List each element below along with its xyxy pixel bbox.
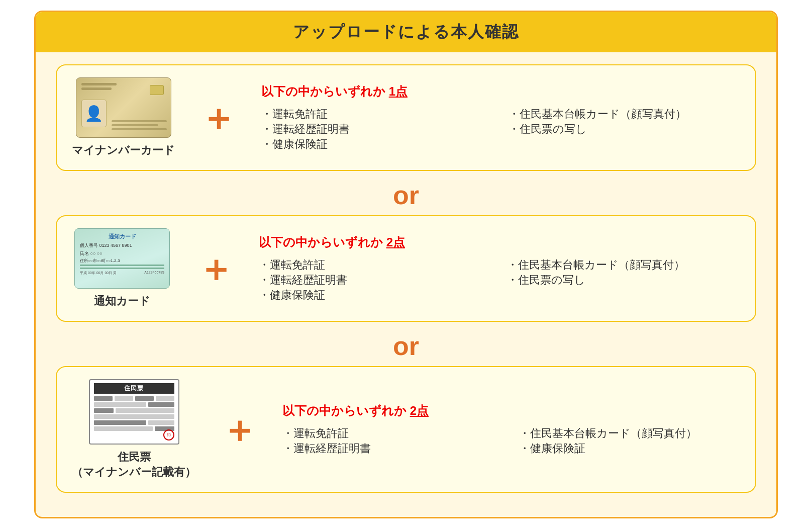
section2-item-2: ・運転経歴証明書 (259, 273, 492, 288)
juumin-row-2 (94, 402, 174, 407)
section3-item-3: ・住民基本台帳カード（顔写真付） (519, 426, 741, 441)
section1-col1: ・運転免許証 ・運転経歴証明書 ・健康保険証 (261, 107, 493, 152)
section3-item-4: ・健康保険証 (519, 441, 741, 456)
section2-card-left: 通知カード 個人番号 0123 4567 8901 氏名 ○○ ○○ 住所○○市… (72, 228, 172, 309)
juumin-cell-9 (94, 414, 174, 419)
section2-requirement-title: 以下の中からいずれか 2点 (259, 234, 740, 250)
juumin-cell-5 (94, 402, 146, 407)
juumin-stamp-icon: 印 (163, 429, 174, 440)
section2-card-right: 以下の中からいずれか 2点 ・運転免許証 ・運転経歴証明書 ・健康保険証 ・住民… (259, 234, 740, 303)
section1-plus-icon: ＋ (200, 100, 236, 136)
tsuuchi-card-title: 通知カード (80, 233, 164, 240)
juumin-cell-7 (94, 408, 114, 413)
juumin-cell-8 (116, 408, 174, 413)
main-content: 👤 マイナンバーカード ＋ 以下の中からいずれか 1点 ・ (36, 52, 776, 502)
section2-item-4: ・住民基本台帳カード（顔写真付） (507, 257, 740, 273)
section2-box: 通知カード 個人番号 0123 4567 8901 氏名 ○○ ○○ 住所○○市… (56, 215, 756, 322)
juumin-cell-10 (94, 420, 146, 425)
section3-col2: ・住民基本台帳カード（顔写真付） ・健康保険証 (519, 426, 741, 456)
section2-items-grid: ・運転免許証 ・運転経歴証明書 ・健康保険証 ・住民基本台帳カード（顔写真付） … (259, 257, 740, 303)
section1-item-5: ・住民票の写し (509, 122, 741, 137)
juumin-cell-1 (94, 396, 113, 401)
mynumber-card-image: 👤 (76, 77, 171, 138)
juumin-row-1 (94, 396, 174, 401)
header-title: アップロードによる本人確認 (293, 23, 519, 41)
page-header: アップロードによる本人確認 (36, 12, 776, 52)
section1-item-2: ・運転経歴証明書 (261, 122, 493, 137)
section3-col1: ・運転免許証 ・運転経歴証明書 (282, 426, 504, 456)
section3-item-1: ・運転免許証 (282, 426, 504, 441)
card-person: 👤 (81, 100, 107, 127)
card-line-1 (81, 83, 117, 85)
card-line-2 (81, 87, 112, 90)
bottom-line-2 (112, 124, 159, 126)
juumin-cell-2 (115, 396, 133, 401)
tsuuchi-footer: 平成 00年 00月 00日 男 A123456789 (80, 271, 164, 276)
juumin-cell-4 (156, 396, 174, 401)
section3-card-right: 以下の中からいずれか 2点 ・運転免許証 ・運転経歴証明書 ・住民基本台帳カード… (282, 403, 740, 456)
section2-item-3: ・健康保険証 (259, 288, 492, 303)
juumin-cell-3 (135, 396, 154, 401)
section3-requirement-title: 以下の中からいずれか 2点 (282, 403, 740, 419)
section1-item-4: ・住民基本台帳カード（顔写真付） (509, 107, 741, 122)
bottom-line-1 (112, 120, 167, 122)
juumin-row-6 (94, 426, 174, 431)
section1-card-label: マイナンバーカード (72, 143, 175, 158)
juumin-row-5 (94, 420, 174, 425)
section3-item-2: ・運転経歴証明書 (282, 441, 504, 456)
tsuuchi-date: 平成 00年 00月 00日 男 (80, 271, 117, 276)
section1-item-3: ・健康保険証 (261, 137, 493, 152)
card-lines (81, 83, 122, 92)
section3-box: 住民票 (56, 366, 756, 493)
section3-items-grid: ・運転免許証 ・運転経歴証明書 ・住民基本台帳カード（顔写真付） ・健康保険証 (282, 426, 740, 456)
juumin-row-3 (94, 408, 174, 413)
section2-item-1: ・運転免許証 (259, 257, 492, 273)
tsuuchi-card-image: 通知カード 個人番号 0123 4567 8901 氏名 ○○ ○○ 住所○○市… (74, 228, 170, 289)
juumin-cell-12 (94, 426, 153, 431)
card-chip (150, 85, 164, 95)
juumin-row-4 (94, 414, 174, 419)
section3-card-label: 住民票（マイナンバー記載有） (72, 450, 196, 480)
tsuuchi-id: A123456789 (144, 271, 164, 276)
section2-col2: ・住民基本台帳カード（顔写真付） ・住民票の写し (507, 257, 740, 303)
section1-box: 👤 マイナンバーカード ＋ 以下の中からいずれか 1点 ・ (56, 64, 756, 171)
or-label-2: or (56, 326, 756, 366)
card-bottom-lines (112, 120, 167, 132)
section2-item-5: ・住民票の写し (507, 273, 740, 288)
or-label-1: or (56, 175, 756, 215)
section2-plus-icon: ＋ (197, 250, 234, 287)
tsuuchi-line-1 (80, 264, 164, 266)
section1-requirement-title: 以下の中からいずれか 1点 (261, 83, 740, 100)
section1-card-left: 👤 マイナンバーカード (72, 77, 175, 158)
tsuuchi-name: 氏名 ○○ ○○ (80, 250, 164, 257)
juumin-cell-6 (148, 402, 174, 407)
section1-items-grid: ・運転免許証 ・運転経歴証明書 ・健康保険証 ・住民基本台帳カード（顔写真付） … (261, 107, 740, 152)
section2-card-label: 通知カード (94, 294, 150, 309)
juumin-card-title: 住民票 (94, 383, 174, 394)
section3-card-left: 住民票 (72, 379, 196, 480)
section1-item-1: ・運転免許証 (261, 107, 493, 122)
tsuuchi-address: 住所○○市○○町○○1-2-3 (80, 258, 164, 263)
juumin-cell-11 (148, 420, 174, 425)
tsuuchi-number: 個人番号 0123 4567 8901 (80, 242, 164, 249)
tsuuchi-line-2 (80, 268, 164, 269)
section1-col2: ・住民基本台帳カード（顔写真付） ・住民票の写し (509, 107, 741, 152)
juumin-card-image: 住民票 (89, 379, 179, 445)
bottom-line-3 (112, 128, 167, 130)
section2-col1: ・運転免許証 ・運転経歴証明書 ・健康保険証 (259, 257, 492, 303)
section3-plus-icon: ＋ (221, 411, 257, 448)
section1-card-right: 以下の中からいずれか 1点 ・運転免許証 ・運転経歴証明書 ・健康保険証 ・住民… (261, 83, 740, 152)
main-container: アップロードによる本人確認 👤 (34, 11, 778, 518)
